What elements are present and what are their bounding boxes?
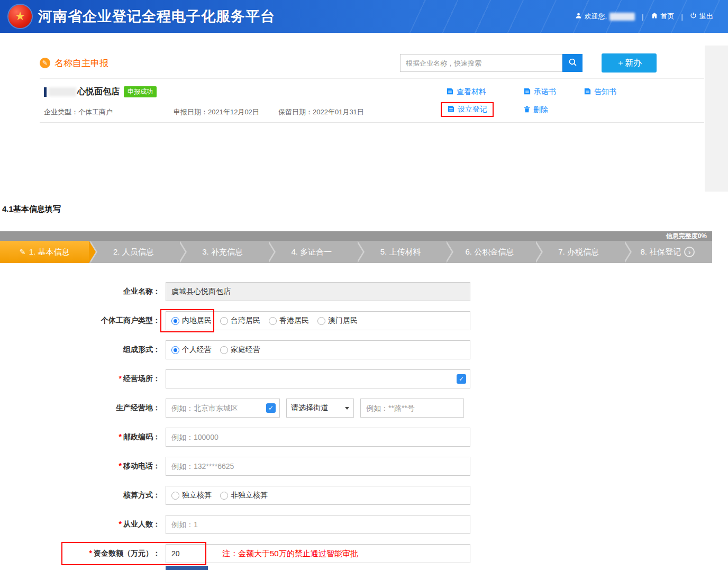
company-name-input[interactable] [166, 282, 470, 301]
mobile-input[interactable] [166, 457, 470, 476]
field-postal-code: *邮政编码： [0, 428, 712, 447]
declaration-record-row: 心悦面包店 申报成功 查看材料 承诺书 告知书 企业类型：个体工商户 申报日期：… [40, 78, 704, 123]
radio-macao-resident[interactable]: 澳门居民 [317, 316, 358, 325]
radio-icon [220, 346, 228, 354]
postal-code-input[interactable] [166, 428, 470, 447]
radio-icon [220, 492, 228, 500]
employees-input[interactable] [166, 515, 470, 534]
step-tabs: ✎ 1. 基本信息 2. 人员信息 3. 补充信息 4. 多证合一 5. 上传材… [0, 241, 712, 263]
field-accounting: 核算方式： 独立核算 非独立核算 [0, 486, 712, 505]
radio-icon [171, 317, 179, 325]
logout-link[interactable]: 退出 [690, 12, 713, 21]
radio-icon [171, 346, 179, 354]
company-name-label: 企业名称： [0, 287, 166, 296]
radio-individual-operation[interactable]: 个人经营 [171, 345, 212, 355]
form-fields: 企业名称： 个体工商户类型： 内地居民 台湾居民 香港居民 [0, 263, 712, 563]
tab-tax-info[interactable]: 7. 办税信息 [534, 241, 623, 263]
redacted-company-prefix [49, 87, 76, 96]
field-composition: 组成形式： 个人经营 家庭经营 [0, 340, 712, 359]
notification-letter-link[interactable]: 告知书 [584, 87, 616, 97]
header-separator: | [642, 13, 643, 21]
welcome-label: 欢迎您, [585, 12, 607, 21]
search-icon [568, 58, 577, 68]
household-type-group: 内地居民 台湾居民 香港居民 澳门居民 [166, 311, 470, 330]
district-input-wrap: ✓ [166, 399, 280, 418]
delete-record-link[interactable]: 删除 [523, 105, 548, 115]
name-declaration-panel: ✎ 名称自主申报 ＋新办 心悦面包店 申报成功 查看材料 [40, 52, 704, 123]
redaction-bar [44, 87, 47, 97]
registration-form: 信息完整度0% ✎ 1. 基本信息 2. 人员信息 3. 补充信息 4. 多证合… [0, 231, 712, 570]
new-application-button[interactable]: ＋新办 [602, 53, 657, 73]
tab-upload-materials[interactable]: 5. 上传材料 [356, 241, 445, 263]
composition-group: 个人经营 家庭经营 [166, 340, 470, 359]
record-title-line: 心悦面包店 申报成功 [44, 86, 157, 97]
tab-supplementary-info[interactable]: 3. 补充信息 [178, 241, 267, 263]
tab-social-security[interactable]: 8. 社保登记 › [623, 241, 712, 263]
search-button[interactable] [562, 54, 583, 72]
status-badge: 申报成功 [124, 86, 157, 97]
document-icon [523, 87, 531, 97]
capital-warning-note: 注：金额大于50万的禁止通过智能审批 [222, 549, 358, 559]
header-user-area: 欢迎您, | 首页 | 退出 [575, 12, 713, 21]
mobile-label: *移动电话： [0, 462, 166, 471]
tab-basic-info[interactable]: ✎ 1. 基本信息 [0, 241, 89, 263]
home-link[interactable]: 首页 [651, 12, 675, 21]
record-meta-line: 企业类型：个体工商户 申报日期：2021年12月02日 保留日期：2022年01… [44, 107, 364, 117]
tab-provident-fund[interactable]: 6. 公积金信息 [445, 241, 534, 263]
radio-non-independent-accounting[interactable]: 非独立核算 [220, 491, 268, 500]
field-company-name: 企业名称： [0, 282, 712, 301]
postal-code-label: *邮政编码： [0, 432, 166, 442]
logout-label: 退出 [699, 12, 713, 21]
panel-header: ✎ 名称自主申报 ＋新办 [40, 52, 704, 74]
premises-input[interactable] [166, 369, 470, 388]
capital-label: *资金数额（万元）： [0, 549, 166, 558]
declaration-icon: ✎ [40, 58, 50, 68]
address-detail-input[interactable] [360, 399, 464, 418]
production-place-label: 生产经营地： [0, 403, 166, 413]
field-household-type: 个体工商户类型： 内地居民 台湾居民 香港居民 澳门居民 [0, 311, 712, 330]
radio-independent-accounting[interactable]: 独立核算 [171, 491, 212, 500]
home-icon [651, 12, 658, 21]
setup-registration-link-annotated[interactable]: 设立登记 [441, 102, 494, 117]
district-picker-icon[interactable]: ✓ [266, 403, 276, 413]
radio-mainland-resident[interactable]: 内地居民 [171, 316, 212, 325]
accounting-label: 核算方式： [0, 491, 166, 500]
district-input[interactable] [166, 399, 280, 418]
street-select[interactable]: 请选择街道 [286, 399, 354, 418]
user-icon [575, 12, 582, 21]
radio-icon [220, 317, 228, 325]
accounting-group: 独立核算 非独立核算 [166, 486, 470, 505]
radio-icon [269, 317, 277, 325]
tab-personnel-info[interactable]: 2. 人员信息 [89, 241, 178, 263]
commitment-letter-link[interactable]: 承诺书 [523, 87, 556, 97]
more-steps-icon[interactable]: › [684, 247, 695, 257]
header-separator: | [681, 13, 683, 21]
premises-input-wrap: ✓ [166, 369, 470, 388]
search-input[interactable] [400, 54, 562, 72]
enterprise-type: 企业类型：个体工商户 [44, 107, 174, 117]
trash-icon [523, 105, 531, 115]
field-production-place: 生产经营地： ✓ 请选择街道 [0, 399, 712, 418]
radio-hongkong-resident[interactable]: 香港居民 [269, 316, 309, 325]
welcome-area: 欢迎您, [575, 12, 635, 21]
completeness-bar: 信息完整度0% [0, 231, 712, 241]
view-materials-link[interactable]: 查看材料 [446, 87, 486, 97]
search-group [400, 54, 583, 72]
cutoff-element [166, 566, 208, 570]
address-picker-icon[interactable]: ✓ [457, 374, 466, 384]
radio-taiwan-resident[interactable]: 台湾居民 [220, 316, 260, 325]
field-employees: *从业人数： [0, 515, 712, 534]
radio-icon [171, 492, 179, 500]
doc-section-title: 4.1基本信息填写 [2, 204, 61, 214]
radio-family-operation[interactable]: 家庭经营 [220, 345, 260, 355]
field-mobile: *移动电话： [0, 457, 712, 476]
field-capital: *资金数额（万元）： 注：金额大于50万的禁止通过智能审批 [0, 544, 712, 563]
keep-date: 保留日期：2022年01月31日 [278, 107, 364, 117]
panel-title: 名称自主申报 [54, 57, 108, 69]
pencil-icon: ✎ [20, 248, 26, 256]
redacted-username [609, 13, 635, 21]
tab-multi-certificate[interactable]: 4. 多证合一 [267, 241, 356, 263]
premises-label: *经营场所： [0, 374, 166, 384]
national-emblem-logo: ★ [8, 5, 32, 28]
document-icon [584, 87, 592, 97]
